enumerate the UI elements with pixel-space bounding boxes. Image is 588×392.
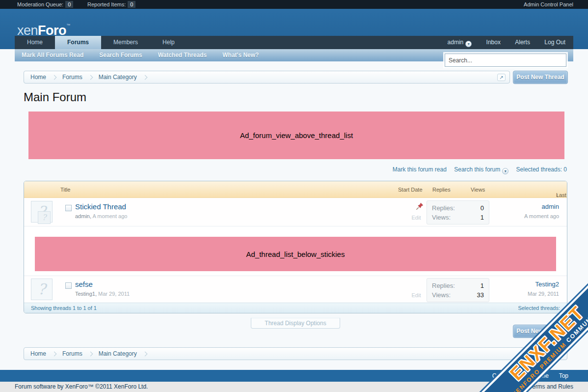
breadcrumb-main-category[interactable]: Main Category bbox=[92, 348, 143, 360]
chevron-separator-icon bbox=[142, 352, 147, 357]
admin-control-panel-link[interactable]: Admin Control Panel bbox=[524, 0, 573, 9]
copyright-text: Forum software by XenForo™ ©2011 XenForo… bbox=[15, 382, 148, 392]
breadcrumb-forums[interactable]: Forums bbox=[56, 348, 89, 360]
thread-display-options[interactable]: Thread Display Options bbox=[251, 318, 340, 329]
thread-date: A moment ago bbox=[92, 213, 127, 219]
post-new-thread-button-top[interactable]: Post New Thread bbox=[513, 71, 568, 84]
thread-title-link[interactable]: Stickied Thread bbox=[75, 202, 126, 211]
moderation-bar: Moderation Queue:0 Reported Items:0 Admi… bbox=[0, 0, 588, 9]
thread-list-header: Title Start Date Replies Views Last Mess… bbox=[24, 181, 567, 198]
subnav-search-forums[interactable]: Search Forums bbox=[99, 49, 142, 61]
forum-page: Moderation Queue:0 Reported Items:0 Admi… bbox=[0, 0, 588, 392]
replies-count: 0 bbox=[481, 204, 484, 212]
account-dropdown-icon[interactable]: ▾ bbox=[465, 41, 472, 47]
thread-author-link[interactable]: Testing1, bbox=[75, 291, 97, 297]
mark-forum-read-link[interactable]: Mark this forum read bbox=[393, 166, 447, 173]
selected-threads-link[interactable]: Selected threads: 0 bbox=[516, 166, 567, 173]
edit-link[interactable]: Edit bbox=[408, 215, 425, 221]
ad-above-thread-list: Ad_forum_view_above_thread_list bbox=[28, 112, 564, 159]
last-message-date: Mar 29, 2011 bbox=[528, 291, 559, 297]
selected-threads-link[interactable]: Selected threads: bbox=[518, 303, 560, 313]
reported-items-count[interactable]: 0 bbox=[128, 1, 135, 8]
breadcrumb-bottom: Home Forums Main Category ↗ bbox=[24, 347, 567, 360]
breadcrumb-home[interactable]: Home bbox=[24, 71, 53, 83]
thread-checkbox[interactable] bbox=[65, 205, 72, 211]
thread-stats: Replies: 1 Views: 33 bbox=[427, 278, 489, 302]
column-replies[interactable]: Replies bbox=[432, 187, 451, 193]
thread-row-sefse: ? sefse Testing1, Mar 29, 2011 Edit Repl… bbox=[24, 276, 567, 304]
views-count: 1 bbox=[481, 214, 484, 221]
thread-checkbox[interactable] bbox=[65, 282, 72, 289]
last-message-user-link[interactable]: admin bbox=[542, 203, 559, 210]
edit-link[interactable]: Edit bbox=[408, 292, 425, 298]
account-user-link[interactable]: admin▾ bbox=[448, 39, 472, 46]
thread-list-footer: Showing threads 1 to 1 of 1 Selected thr… bbox=[24, 303, 567, 313]
subnav-watched-threads[interactable]: Watched Threads bbox=[158, 49, 207, 61]
thread-stats: Replies: 0 Views: 1 bbox=[427, 200, 489, 224]
search-this-forum-link[interactable]: Search this forum▾ bbox=[454, 166, 508, 173]
column-start-date[interactable]: Start Date bbox=[398, 187, 423, 193]
avatar-mini[interactable]: ? bbox=[38, 211, 51, 224]
subnav-mark-read[interactable]: Mark All Forums Read bbox=[22, 49, 83, 61]
footer-top-link[interactable]: Top bbox=[559, 370, 568, 382]
column-views[interactable]: Views bbox=[471, 187, 485, 193]
inbox-link[interactable]: Inbox bbox=[486, 39, 501, 46]
moderation-queue-link[interactable]: Moderation Queue:0 bbox=[17, 0, 73, 9]
search-forum-dropdown-icon[interactable]: ▾ bbox=[502, 168, 508, 174]
tab-home[interactable]: Home bbox=[15, 36, 55, 49]
reported-items-link[interactable]: Reported Items:0 bbox=[87, 0, 135, 9]
forum-tools: Mark this forum read Search this forum▾ … bbox=[387, 166, 567, 174]
thread-author-link[interactable]: admin, bbox=[75, 213, 91, 219]
tab-members[interactable]: Members bbox=[101, 36, 150, 49]
showing-threads-text: Showing threads 1 to 1 of 1 bbox=[31, 303, 97, 313]
last-message-date: A moment ago bbox=[524, 213, 559, 219]
sort-desc-icon: ↓ bbox=[556, 192, 559, 198]
ad-below-stickies: Ad_thread_list_below_stickies bbox=[35, 237, 556, 271]
chevron-separator-icon bbox=[142, 75, 147, 80]
search-input[interactable] bbox=[445, 54, 566, 66]
tab-help[interactable]: Help bbox=[150, 36, 187, 49]
terms-and-rules-link[interactable]: Terms and Rules bbox=[529, 382, 573, 392]
tab-forums[interactable]: Forums bbox=[55, 36, 101, 49]
alerts-link[interactable]: Alerts bbox=[515, 39, 530, 46]
subnav-whats-new[interactable]: What's New? bbox=[222, 49, 259, 61]
sticky-pin-icon bbox=[416, 202, 424, 210]
main-nav: Home Forums Members Help admin▾ Inbox Al… bbox=[15, 36, 573, 49]
external-link-icon[interactable]: ↗ bbox=[497, 74, 506, 81]
thread-title-link[interactable]: sefse bbox=[75, 280, 93, 288]
search-box bbox=[445, 54, 566, 67]
thread-byline: Testing1, Mar 29, 2011 bbox=[75, 291, 130, 297]
breadcrumb-home[interactable]: Home bbox=[24, 348, 53, 360]
breadcrumb-top: Home Forums Main Category ↗ bbox=[24, 71, 510, 84]
page-title: Main Forum bbox=[24, 90, 86, 104]
column-title[interactable]: Title bbox=[60, 187, 70, 193]
thread-row-stickied: ? ? Stickied Thread admin, A moment ago … bbox=[24, 198, 567, 226]
breadcrumb-main-category[interactable]: Main Category bbox=[92, 71, 143, 83]
thread-byline: admin, A moment ago bbox=[75, 213, 127, 219]
avatar[interactable]: ? bbox=[31, 279, 53, 300]
thread-date: Mar 29, 2011 bbox=[98, 291, 130, 297]
moderation-queue-count[interactable]: 0 bbox=[65, 1, 73, 8]
account-menu: admin▾ Inbox Alerts Log Out bbox=[435, 36, 565, 49]
last-message-user-link[interactable]: Testing2 bbox=[535, 280, 559, 288]
thread-list: Title Start Date Replies Views Last Mess… bbox=[24, 181, 567, 313]
views-count: 33 bbox=[477, 291, 484, 299]
replies-count: 1 bbox=[481, 282, 484, 289]
breadcrumb-forums[interactable]: Forums bbox=[56, 71, 89, 83]
logout-link[interactable]: Log Out bbox=[544, 39, 565, 46]
